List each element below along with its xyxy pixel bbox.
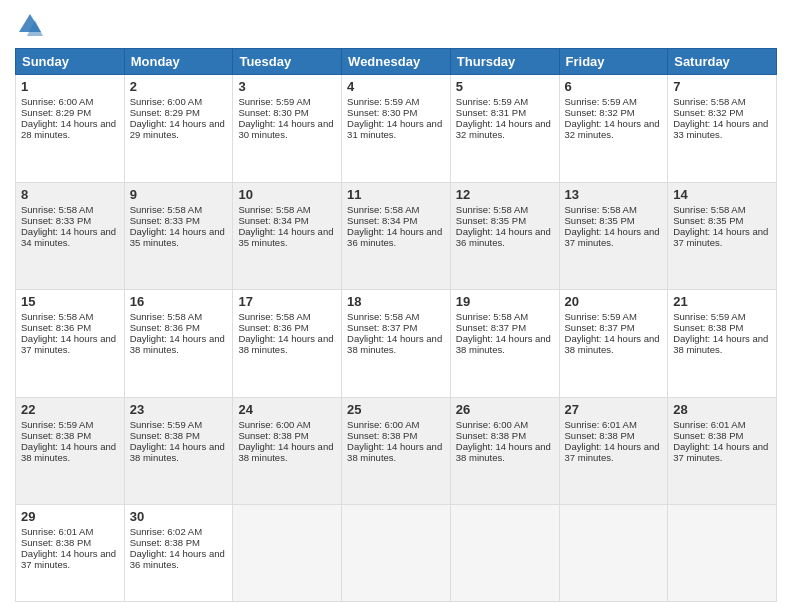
calendar-header-wednesday: Wednesday xyxy=(342,49,451,75)
calendar-cell: 1Sunrise: 6:00 AMSunset: 8:29 PMDaylight… xyxy=(16,75,125,183)
calendar-header-friday: Friday xyxy=(559,49,668,75)
day-number: 2 xyxy=(130,79,228,94)
day-info: Sunrise: 5:58 AMSunset: 8:33 PMDaylight:… xyxy=(130,204,225,248)
day-number: 23 xyxy=(130,402,228,417)
calendar-table: SundayMondayTuesdayWednesdayThursdayFrid… xyxy=(15,48,777,602)
day-info: Sunrise: 6:00 AMSunset: 8:38 PMDaylight:… xyxy=(347,419,442,463)
day-info: Sunrise: 5:59 AMSunset: 8:30 PMDaylight:… xyxy=(347,96,442,140)
calendar-week-row: 22Sunrise: 5:59 AMSunset: 8:38 PMDayligh… xyxy=(16,397,777,505)
day-info: Sunrise: 5:58 AMSunset: 8:36 PMDaylight:… xyxy=(130,311,225,355)
calendar-cell: 28Sunrise: 6:01 AMSunset: 8:38 PMDayligh… xyxy=(668,397,777,505)
day-info: Sunrise: 6:00 AMSunset: 8:29 PMDaylight:… xyxy=(21,96,116,140)
day-number: 8 xyxy=(21,187,119,202)
day-info: Sunrise: 6:00 AMSunset: 8:38 PMDaylight:… xyxy=(238,419,333,463)
calendar-cell: 11Sunrise: 5:58 AMSunset: 8:34 PMDayligh… xyxy=(342,182,451,290)
calendar-cell: 5Sunrise: 5:59 AMSunset: 8:31 PMDaylight… xyxy=(450,75,559,183)
calendar-cell xyxy=(559,505,668,602)
day-info: Sunrise: 5:58 AMSunset: 8:35 PMDaylight:… xyxy=(456,204,551,248)
calendar-week-row: 15Sunrise: 5:58 AMSunset: 8:36 PMDayligh… xyxy=(16,290,777,398)
day-info: Sunrise: 5:58 AMSunset: 8:37 PMDaylight:… xyxy=(347,311,442,355)
day-info: Sunrise: 5:59 AMSunset: 8:38 PMDaylight:… xyxy=(21,419,116,463)
day-number: 11 xyxy=(347,187,445,202)
day-info: Sunrise: 5:58 AMSunset: 8:35 PMDaylight:… xyxy=(673,204,768,248)
day-number: 17 xyxy=(238,294,336,309)
day-info: Sunrise: 5:58 AMSunset: 8:34 PMDaylight:… xyxy=(347,204,442,248)
calendar-cell xyxy=(342,505,451,602)
logo xyxy=(15,10,49,40)
calendar-cell: 17Sunrise: 5:58 AMSunset: 8:36 PMDayligh… xyxy=(233,290,342,398)
calendar-cell: 2Sunrise: 6:00 AMSunset: 8:29 PMDaylight… xyxy=(124,75,233,183)
day-info: Sunrise: 6:01 AMSunset: 8:38 PMDaylight:… xyxy=(565,419,660,463)
calendar-header-saturday: Saturday xyxy=(668,49,777,75)
day-number: 18 xyxy=(347,294,445,309)
day-info: Sunrise: 5:59 AMSunset: 8:38 PMDaylight:… xyxy=(673,311,768,355)
day-info: Sunrise: 5:59 AMSunset: 8:37 PMDaylight:… xyxy=(565,311,660,355)
day-number: 27 xyxy=(565,402,663,417)
day-number: 29 xyxy=(21,509,119,524)
calendar-cell: 24Sunrise: 6:00 AMSunset: 8:38 PMDayligh… xyxy=(233,397,342,505)
calendar-cell: 9Sunrise: 5:58 AMSunset: 8:33 PMDaylight… xyxy=(124,182,233,290)
day-number: 15 xyxy=(21,294,119,309)
calendar-cell: 29Sunrise: 6:01 AMSunset: 8:38 PMDayligh… xyxy=(16,505,125,602)
calendar-cell: 8Sunrise: 5:58 AMSunset: 8:33 PMDaylight… xyxy=(16,182,125,290)
day-info: Sunrise: 5:59 AMSunset: 8:38 PMDaylight:… xyxy=(130,419,225,463)
day-number: 13 xyxy=(565,187,663,202)
day-info: Sunrise: 5:58 AMSunset: 8:35 PMDaylight:… xyxy=(565,204,660,248)
calendar-cell: 27Sunrise: 6:01 AMSunset: 8:38 PMDayligh… xyxy=(559,397,668,505)
day-number: 10 xyxy=(238,187,336,202)
day-number: 7 xyxy=(673,79,771,94)
day-number: 6 xyxy=(565,79,663,94)
calendar-header-monday: Monday xyxy=(124,49,233,75)
day-number: 28 xyxy=(673,402,771,417)
calendar-cell xyxy=(450,505,559,602)
calendar-cell: 20Sunrise: 5:59 AMSunset: 8:37 PMDayligh… xyxy=(559,290,668,398)
day-number: 20 xyxy=(565,294,663,309)
calendar-cell: 30Sunrise: 6:02 AMSunset: 8:38 PMDayligh… xyxy=(124,505,233,602)
day-number: 3 xyxy=(238,79,336,94)
day-info: Sunrise: 5:59 AMSunset: 8:32 PMDaylight:… xyxy=(565,96,660,140)
calendar-cell: 15Sunrise: 5:58 AMSunset: 8:36 PMDayligh… xyxy=(16,290,125,398)
day-number: 12 xyxy=(456,187,554,202)
calendar-cell: 25Sunrise: 6:00 AMSunset: 8:38 PMDayligh… xyxy=(342,397,451,505)
calendar-week-row: 8Sunrise: 5:58 AMSunset: 8:33 PMDaylight… xyxy=(16,182,777,290)
calendar-cell: 4Sunrise: 5:59 AMSunset: 8:30 PMDaylight… xyxy=(342,75,451,183)
calendar-cell: 16Sunrise: 5:58 AMSunset: 8:36 PMDayligh… xyxy=(124,290,233,398)
day-info: Sunrise: 5:58 AMSunset: 8:34 PMDaylight:… xyxy=(238,204,333,248)
calendar-header-row: SundayMondayTuesdayWednesdayThursdayFrid… xyxy=(16,49,777,75)
day-number: 22 xyxy=(21,402,119,417)
calendar-cell: 19Sunrise: 5:58 AMSunset: 8:37 PMDayligh… xyxy=(450,290,559,398)
day-number: 30 xyxy=(130,509,228,524)
day-info: Sunrise: 6:00 AMSunset: 8:29 PMDaylight:… xyxy=(130,96,225,140)
calendar-cell: 26Sunrise: 6:00 AMSunset: 8:38 PMDayligh… xyxy=(450,397,559,505)
day-info: Sunrise: 6:01 AMSunset: 8:38 PMDaylight:… xyxy=(21,526,116,570)
day-number: 21 xyxy=(673,294,771,309)
calendar-cell: 23Sunrise: 5:59 AMSunset: 8:38 PMDayligh… xyxy=(124,397,233,505)
calendar-week-row: 1Sunrise: 6:00 AMSunset: 8:29 PMDaylight… xyxy=(16,75,777,183)
day-info: Sunrise: 6:01 AMSunset: 8:38 PMDaylight:… xyxy=(673,419,768,463)
calendar-header-tuesday: Tuesday xyxy=(233,49,342,75)
calendar-cell: 13Sunrise: 5:58 AMSunset: 8:35 PMDayligh… xyxy=(559,182,668,290)
header xyxy=(15,10,777,40)
day-number: 25 xyxy=(347,402,445,417)
day-info: Sunrise: 5:58 AMSunset: 8:33 PMDaylight:… xyxy=(21,204,116,248)
calendar-cell: 14Sunrise: 5:58 AMSunset: 8:35 PMDayligh… xyxy=(668,182,777,290)
calendar-cell: 3Sunrise: 5:59 AMSunset: 8:30 PMDaylight… xyxy=(233,75,342,183)
calendar-cell: 18Sunrise: 5:58 AMSunset: 8:37 PMDayligh… xyxy=(342,290,451,398)
day-number: 24 xyxy=(238,402,336,417)
day-number: 1 xyxy=(21,79,119,94)
day-info: Sunrise: 5:59 AMSunset: 8:31 PMDaylight:… xyxy=(456,96,551,140)
day-number: 14 xyxy=(673,187,771,202)
day-info: Sunrise: 5:58 AMSunset: 8:36 PMDaylight:… xyxy=(238,311,333,355)
calendar-header-sunday: Sunday xyxy=(16,49,125,75)
day-number: 4 xyxy=(347,79,445,94)
day-info: Sunrise: 5:58 AMSunset: 8:37 PMDaylight:… xyxy=(456,311,551,355)
calendar-cell: 10Sunrise: 5:58 AMSunset: 8:34 PMDayligh… xyxy=(233,182,342,290)
day-number: 9 xyxy=(130,187,228,202)
day-info: Sunrise: 5:58 AMSunset: 8:32 PMDaylight:… xyxy=(673,96,768,140)
day-number: 16 xyxy=(130,294,228,309)
logo-icon xyxy=(15,10,45,40)
day-info: Sunrise: 5:59 AMSunset: 8:30 PMDaylight:… xyxy=(238,96,333,140)
day-number: 5 xyxy=(456,79,554,94)
calendar-cell: 6Sunrise: 5:59 AMSunset: 8:32 PMDaylight… xyxy=(559,75,668,183)
calendar-cell: 21Sunrise: 5:59 AMSunset: 8:38 PMDayligh… xyxy=(668,290,777,398)
